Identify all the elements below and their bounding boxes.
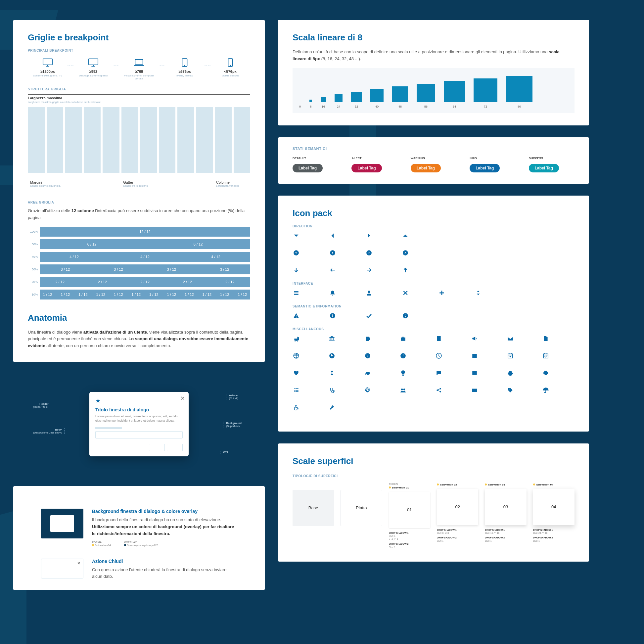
iconpack-title: Icon pack — [293, 208, 575, 218]
plus-icon — [438, 289, 445, 297]
anno-body: Body — [55, 428, 62, 431]
bullhorn-icon — [471, 335, 478, 342]
calendar-plus-icon — [507, 352, 514, 359]
svg-rect-0 — [43, 59, 52, 65]
scale-square — [309, 100, 312, 102]
grid-area-cell: 1 / 12 — [58, 293, 73, 297]
grid-area-cell: 4 / 12 — [40, 255, 109, 259]
svg-point-4 — [184, 65, 185, 66]
calendar-icon — [471, 352, 478, 359]
surf-piatto: Piatto — [341, 483, 382, 549]
tag-pill: Label Tag — [411, 164, 441, 172]
label-gutter: Gutter — [123, 180, 133, 184]
bp-label: PRINCIPALI BREAKPOINT — [28, 49, 250, 52]
stati-header: DEFAULT — [293, 157, 338, 160]
grid-area-cell: 2 / 12 — [210, 280, 250, 284]
desktop-icon — [75, 57, 111, 68]
anatomia-text: Una finestra di dialogo viene attivata d… — [28, 329, 250, 349]
user-icon — [365, 289, 373, 297]
scale-label: 24 — [337, 105, 340, 108]
building-icon — [435, 335, 442, 342]
sort-icon — [475, 289, 482, 297]
surf-num: 03 — [485, 489, 526, 525]
grid-area-cell: 2 / 12 — [82, 280, 122, 284]
anno-azione: Azione — [229, 394, 238, 397]
tag-pill: Label Tag — [470, 164, 500, 172]
arrow-right-icon — [365, 266, 373, 274]
superfici-title: Scale superfici — [293, 456, 575, 466]
scala-card: Scala lineare di 8 Definiamo un'unità di… — [278, 20, 589, 125]
svg-point-20 — [437, 389, 438, 391]
surf-base: Base — [293, 483, 334, 549]
scale-row: 08162432404856647280 — [293, 68, 575, 113]
label-margini: Margini — [30, 180, 42, 184]
label-colonne-sub: Larghezza variabile — [216, 184, 250, 187]
svg-point-11 — [368, 291, 370, 293]
grid-area-cell: 1 / 12 — [199, 293, 215, 297]
heart-icon — [293, 369, 300, 377]
chevron-left-icon — [329, 232, 336, 239]
chevron-right-icon — [365, 232, 373, 239]
list-icon — [293, 387, 300, 394]
direction-icons — [293, 232, 575, 274]
bp-value: ≥768 — [121, 69, 157, 73]
calendar-check-icon — [542, 352, 549, 359]
grid-area-cell: 1 / 12 — [164, 293, 180, 297]
bg-title: Background finestra di dialogo & colore … — [92, 509, 237, 514]
close-icon[interactable]: ✕ — [180, 395, 185, 401]
envelope-icon — [507, 335, 514, 342]
bell-icon — [329, 289, 336, 297]
anno-cta: CTA — [223, 451, 228, 454]
anno-header: Header — [39, 402, 48, 405]
area-pct: 10% — [28, 293, 40, 296]
tag-icon — [507, 387, 514, 394]
grid-area-cell: 4 / 12 — [181, 255, 250, 259]
tablet-icon — [167, 57, 203, 68]
briefcase-icon — [399, 335, 407, 342]
info2-icon — [402, 312, 409, 319]
scala-desc: Definiamo un'unità di base con lo scopo … — [293, 49, 575, 63]
grid-area-cell: 3 / 12 — [93, 267, 144, 271]
scale-label: 72 — [484, 105, 487, 108]
grid-area-cell: 12 / 12 — [40, 230, 250, 234]
overlay-swatch — [41, 509, 83, 538]
area-pct: 30% — [28, 268, 40, 271]
stati-header: ALERT — [351, 157, 397, 160]
surf-elev: $elevation-04 — [533, 483, 575, 486]
chevron-down-icon — [293, 232, 300, 239]
scale-square — [444, 81, 465, 102]
stati-title: STATI SEMANTICI — [293, 147, 575, 151]
circle-right-icon — [365, 249, 373, 256]
dialog-btn-2[interactable] — [167, 444, 183, 451]
grid-area-cell: 1 / 12 — [217, 293, 233, 297]
surf-02: $elevation-0202DROP SHADOW 1Blur: 8, Y: … — [437, 483, 478, 549]
check-icon — [365, 312, 373, 319]
grid-area-cell: 3 / 12 — [146, 267, 197, 271]
bank-icon — [328, 335, 336, 342]
grid-labels: MarginiSpazio esterno alla griglia Gutte… — [28, 180, 250, 187]
area-pct: 100% — [28, 230, 40, 233]
iconpack-card: Icon pack DIRECTION INTERFACE — [278, 196, 589, 432]
surf-num: 04 — [533, 489, 575, 525]
surf-elev: $elevation-01 — [389, 486, 430, 489]
chevron-up-icon — [402, 232, 409, 239]
close-x-icon — [402, 289, 409, 297]
grid-area-cell: 1 / 12 — [128, 293, 144, 297]
progress-bar — [95, 427, 122, 429]
circle-left-icon — [329, 249, 336, 256]
stati-card: STATI SEMANTICI DEFAULTLabel TagALERTLab… — [278, 137, 589, 184]
area-pct: 40% — [28, 255, 40, 258]
tipologie-label: TIPOLOGIE DI SUPERFICI — [293, 474, 575, 478]
scale-label: 56 — [424, 105, 428, 108]
text-input[interactable] — [95, 431, 183, 438]
superfici-card: Scale superfici TIPOLOGIE DI SUPERFICI B… — [278, 443, 589, 562]
surf-03: $elevation-0303DROP SHADOW 1Blur: 16, Y:… — [485, 483, 526, 549]
laptop-icon — [121, 57, 157, 68]
circle-down-icon — [293, 249, 300, 256]
bg-meta: FORMA$elevation-04 OVERLAY$overlay-dark-… — [92, 541, 237, 547]
bp-lt576: <576px Mobile devices — [210, 57, 250, 77]
dialog-btn-1[interactable] — [149, 444, 165, 451]
file-icon — [542, 335, 549, 342]
label-margini-sub: Spazio esterno alla griglia — [30, 184, 64, 187]
scale-label: 32 — [355, 105, 358, 108]
